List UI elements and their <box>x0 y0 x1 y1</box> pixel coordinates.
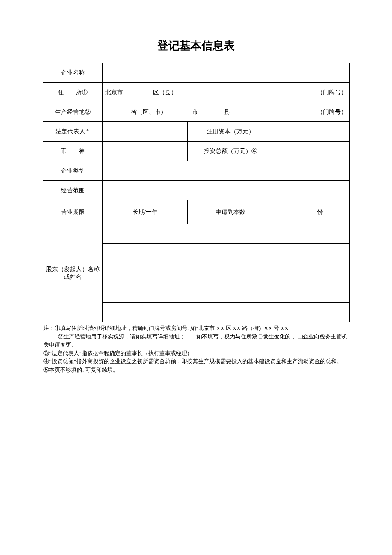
row-biz-term: 营业期限 长期/一年 申请副本数 份 <box>43 200 350 224</box>
copies-unit: 份 <box>317 209 323 215</box>
field-biz-term[interactable]: 长期/一年 <box>103 200 188 224</box>
label-total-invest: 投资总额（万元）④ <box>188 142 273 161</box>
page-title: 登记基本信息表 <box>43 38 349 53</box>
row-legal-rep: 法定代表人:” 注册资本（万元） <box>43 122 350 142</box>
label-copy-count: 申请副本数 <box>188 200 273 224</box>
row-production-place: 生产经营地② 省（区、市） 市 县 （门牌号） <box>43 102 350 122</box>
note-1: 注：①填写住所时清列明详细地址，精确到门牌号或房间号. 如”北京市 XX 区 X… <box>43 324 349 332</box>
field-company-type[interactable] <box>103 161 350 181</box>
address-suffix: （门牌号） <box>317 89 347 96</box>
label-address: 住 所① <box>43 83 103 102</box>
label-biz-term: 营业期限 <box>43 200 103 224</box>
field-shareholder-3[interactable] <box>103 263 350 283</box>
label-company-type: 企业类型 <box>43 161 103 181</box>
row-currency: 币 神 投资总额（万元）④ <box>43 142 350 161</box>
field-shareholder-4[interactable] <box>103 283 350 303</box>
address-district-label: 区（县） <box>153 89 177 96</box>
field-copy-count[interactable]: 份 <box>273 200 350 224</box>
row-address: 住 所① 北京市 区（县） （门牌号） <box>43 83 350 102</box>
field-biz-scope[interactable] <box>103 181 350 200</box>
address-prefix: 北京市 <box>105 89 123 96</box>
field-shareholder-5[interactable] <box>103 303 350 322</box>
note-4: ④”投资总额”指外商投资的企业设立之初所需资金总额，即按其生产规模需要投入的基本… <box>43 357 349 366</box>
note-3: ③”法定代表人”指依据章程确定的董事长（执行董事或经理）. <box>43 349 349 358</box>
registration-form-table: 企业名称 住 所① 北京市 区（县） （门牌号） 生产经营地② 省（区、市） 市… <box>43 63 350 322</box>
label-production-place: 生产经营地② <box>43 102 103 122</box>
field-shareholder-2[interactable] <box>103 244 350 263</box>
label-company-name: 企业名称 <box>43 63 103 83</box>
prod-province-label: 省（区、市） <box>131 108 167 116</box>
field-address[interactable]: 北京市 区（县） （门牌号） <box>103 83 350 102</box>
field-total-invest[interactable] <box>273 142 350 161</box>
label-legal-rep: 法定代表人:” <box>43 122 103 142</box>
field-shareholder-1[interactable] <box>103 224 350 244</box>
field-currency[interactable] <box>103 142 188 161</box>
note-2: ②生产经营地用于核实税源，请如实填写详细地址； 如不填写，视为与住所致〇发生变化… <box>43 332 349 349</box>
field-legal-rep[interactable] <box>103 122 188 142</box>
label-currency: 币 神 <box>43 142 103 161</box>
copies-blank-line <box>300 208 316 214</box>
prod-suffix: （门牌号） <box>317 108 347 116</box>
field-company-name[interactable] <box>103 63 350 83</box>
row-biz-scope: 经营范围 <box>43 181 350 200</box>
row-company-type: 企业类型 <box>43 161 350 181</box>
label-biz-scope: 经营范围 <box>43 181 103 200</box>
prod-city-label: 市 <box>192 108 198 116</box>
label-reg-capital: 注册资本（万元） <box>188 122 273 142</box>
row-company-name: 企业名称 <box>43 63 350 83</box>
field-reg-capital[interactable] <box>273 122 350 142</box>
field-production-place[interactable]: 省（区、市） 市 县 （门牌号） <box>103 102 350 122</box>
label-shareholders: 股东（发起人）名称或姓名 <box>43 224 103 322</box>
row-shareholder-1: 股东（发起人）名称或姓名 <box>43 224 350 244</box>
prod-county-label: 县 <box>224 108 230 116</box>
note-5: ⑤本页不够填的. 可复印续填。 <box>43 366 349 374</box>
notes-section: 注：①填写住所时清列明详细地址，精确到门牌号或房间号. 如”北京市 XX 区 X… <box>43 324 349 374</box>
